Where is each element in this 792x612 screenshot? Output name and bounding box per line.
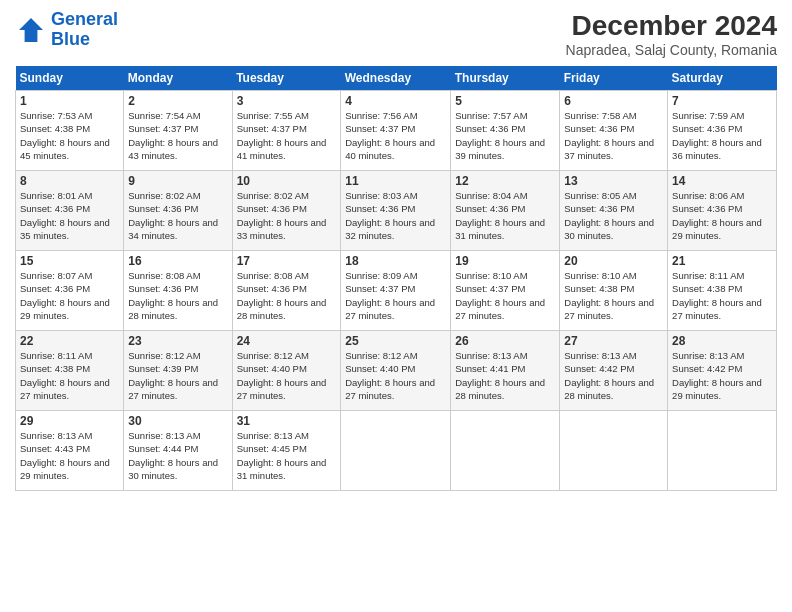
week-row-3: 22Sunrise: 8:11 AMSunset: 4:38 PMDayligh… bbox=[16, 331, 777, 411]
day-info: Sunrise: 7:56 AMSunset: 4:37 PMDaylight:… bbox=[345, 109, 446, 162]
calendar-cell: 23Sunrise: 8:12 AMSunset: 4:39 PMDayligh… bbox=[124, 331, 232, 411]
day-info: Sunrise: 7:57 AMSunset: 4:36 PMDaylight:… bbox=[455, 109, 555, 162]
week-row-2: 15Sunrise: 8:07 AMSunset: 4:36 PMDayligh… bbox=[16, 251, 777, 331]
calendar-cell: 18Sunrise: 8:09 AMSunset: 4:37 PMDayligh… bbox=[341, 251, 451, 331]
day-info: Sunrise: 8:10 AMSunset: 4:37 PMDaylight:… bbox=[455, 269, 555, 322]
logo-icon bbox=[15, 14, 47, 46]
day-number: 4 bbox=[345, 94, 446, 108]
day-info: Sunrise: 8:13 AMSunset: 4:45 PMDaylight:… bbox=[237, 429, 337, 482]
day-info: Sunrise: 8:05 AMSunset: 4:36 PMDaylight:… bbox=[564, 189, 663, 242]
day-number: 19 bbox=[455, 254, 555, 268]
calendar-cell: 15Sunrise: 8:07 AMSunset: 4:36 PMDayligh… bbox=[16, 251, 124, 331]
calendar-cell: 19Sunrise: 8:10 AMSunset: 4:37 PMDayligh… bbox=[451, 251, 560, 331]
day-number: 22 bbox=[20, 334, 119, 348]
calendar-cell: 8Sunrise: 8:01 AMSunset: 4:36 PMDaylight… bbox=[16, 171, 124, 251]
calendar-cell: 10Sunrise: 8:02 AMSunset: 4:36 PMDayligh… bbox=[232, 171, 341, 251]
day-info: Sunrise: 8:13 AMSunset: 4:42 PMDaylight:… bbox=[564, 349, 663, 402]
calendar-cell: 17Sunrise: 8:08 AMSunset: 4:36 PMDayligh… bbox=[232, 251, 341, 331]
day-number: 12 bbox=[455, 174, 555, 188]
calendar-cell: 21Sunrise: 8:11 AMSunset: 4:38 PMDayligh… bbox=[668, 251, 777, 331]
day-info: Sunrise: 8:12 AMSunset: 4:39 PMDaylight:… bbox=[128, 349, 227, 402]
day-number: 8 bbox=[20, 174, 119, 188]
day-info: Sunrise: 8:08 AMSunset: 4:36 PMDaylight:… bbox=[128, 269, 227, 322]
day-number: 11 bbox=[345, 174, 446, 188]
calendar-cell: 4Sunrise: 7:56 AMSunset: 4:37 PMDaylight… bbox=[341, 91, 451, 171]
calendar-cell: 20Sunrise: 8:10 AMSunset: 4:38 PMDayligh… bbox=[560, 251, 668, 331]
day-info: Sunrise: 8:13 AMSunset: 4:42 PMDaylight:… bbox=[672, 349, 772, 402]
col-thursday: Thursday bbox=[451, 66, 560, 91]
day-number: 2 bbox=[128, 94, 227, 108]
day-number: 5 bbox=[455, 94, 555, 108]
day-number: 27 bbox=[564, 334, 663, 348]
day-info: Sunrise: 8:04 AMSunset: 4:36 PMDaylight:… bbox=[455, 189, 555, 242]
day-info: Sunrise: 8:03 AMSunset: 4:36 PMDaylight:… bbox=[345, 189, 446, 242]
logo-text: General Blue bbox=[51, 10, 118, 50]
day-info: Sunrise: 8:11 AMSunset: 4:38 PMDaylight:… bbox=[20, 349, 119, 402]
calendar-cell: 27Sunrise: 8:13 AMSunset: 4:42 PMDayligh… bbox=[560, 331, 668, 411]
day-info: Sunrise: 8:12 AMSunset: 4:40 PMDaylight:… bbox=[237, 349, 337, 402]
col-tuesday: Tuesday bbox=[232, 66, 341, 91]
logo: General Blue bbox=[15, 10, 118, 50]
calendar-cell bbox=[560, 411, 668, 491]
day-number: 23 bbox=[128, 334, 227, 348]
day-number: 24 bbox=[237, 334, 337, 348]
day-number: 26 bbox=[455, 334, 555, 348]
day-info: Sunrise: 7:59 AMSunset: 4:36 PMDaylight:… bbox=[672, 109, 772, 162]
calendar-cell: 9Sunrise: 8:02 AMSunset: 4:36 PMDaylight… bbox=[124, 171, 232, 251]
svg-marker-0 bbox=[19, 18, 43, 42]
calendar-cell: 5Sunrise: 7:57 AMSunset: 4:36 PMDaylight… bbox=[451, 91, 560, 171]
day-info: Sunrise: 7:55 AMSunset: 4:37 PMDaylight:… bbox=[237, 109, 337, 162]
week-row-4: 29Sunrise: 8:13 AMSunset: 4:43 PMDayligh… bbox=[16, 411, 777, 491]
calendar-cell: 3Sunrise: 7:55 AMSunset: 4:37 PMDaylight… bbox=[232, 91, 341, 171]
day-info: Sunrise: 8:09 AMSunset: 4:37 PMDaylight:… bbox=[345, 269, 446, 322]
day-info: Sunrise: 8:13 AMSunset: 4:44 PMDaylight:… bbox=[128, 429, 227, 482]
calendar-cell: 28Sunrise: 8:13 AMSunset: 4:42 PMDayligh… bbox=[668, 331, 777, 411]
col-wednesday: Wednesday bbox=[341, 66, 451, 91]
day-number: 16 bbox=[128, 254, 227, 268]
day-number: 14 bbox=[672, 174, 772, 188]
day-number: 28 bbox=[672, 334, 772, 348]
calendar-cell bbox=[668, 411, 777, 491]
calendar-cell: 30Sunrise: 8:13 AMSunset: 4:44 PMDayligh… bbox=[124, 411, 232, 491]
calendar-cell: 2Sunrise: 7:54 AMSunset: 4:37 PMDaylight… bbox=[124, 91, 232, 171]
day-number: 7 bbox=[672, 94, 772, 108]
calendar-cell: 24Sunrise: 8:12 AMSunset: 4:40 PMDayligh… bbox=[232, 331, 341, 411]
header: General Blue December 2024 Napradea, Sal… bbox=[15, 10, 777, 58]
day-number: 21 bbox=[672, 254, 772, 268]
week-row-0: 1Sunrise: 7:53 AMSunset: 4:38 PMDaylight… bbox=[16, 91, 777, 171]
day-info: Sunrise: 8:10 AMSunset: 4:38 PMDaylight:… bbox=[564, 269, 663, 322]
day-info: Sunrise: 8:07 AMSunset: 4:36 PMDaylight:… bbox=[20, 269, 119, 322]
calendar-cell: 22Sunrise: 8:11 AMSunset: 4:38 PMDayligh… bbox=[16, 331, 124, 411]
day-info: Sunrise: 8:08 AMSunset: 4:36 PMDaylight:… bbox=[237, 269, 337, 322]
day-number: 17 bbox=[237, 254, 337, 268]
week-row-1: 8Sunrise: 8:01 AMSunset: 4:36 PMDaylight… bbox=[16, 171, 777, 251]
calendar-cell: 16Sunrise: 8:08 AMSunset: 4:36 PMDayligh… bbox=[124, 251, 232, 331]
day-info: Sunrise: 8:13 AMSunset: 4:41 PMDaylight:… bbox=[455, 349, 555, 402]
col-monday: Monday bbox=[124, 66, 232, 91]
day-number: 15 bbox=[20, 254, 119, 268]
day-info: Sunrise: 8:02 AMSunset: 4:36 PMDaylight:… bbox=[237, 189, 337, 242]
day-info: Sunrise: 7:54 AMSunset: 4:37 PMDaylight:… bbox=[128, 109, 227, 162]
day-number: 9 bbox=[128, 174, 227, 188]
day-number: 29 bbox=[20, 414, 119, 428]
calendar-cell: 26Sunrise: 8:13 AMSunset: 4:41 PMDayligh… bbox=[451, 331, 560, 411]
col-friday: Friday bbox=[560, 66, 668, 91]
day-info: Sunrise: 8:06 AMSunset: 4:36 PMDaylight:… bbox=[672, 189, 772, 242]
day-info: Sunrise: 8:11 AMSunset: 4:38 PMDaylight:… bbox=[672, 269, 772, 322]
calendar-cell: 1Sunrise: 7:53 AMSunset: 4:38 PMDaylight… bbox=[16, 91, 124, 171]
calendar-cell: 29Sunrise: 8:13 AMSunset: 4:43 PMDayligh… bbox=[16, 411, 124, 491]
day-number: 3 bbox=[237, 94, 337, 108]
day-info: Sunrise: 8:01 AMSunset: 4:36 PMDaylight:… bbox=[20, 189, 119, 242]
day-number: 1 bbox=[20, 94, 119, 108]
subtitle: Napradea, Salaj County, Romania bbox=[566, 42, 777, 58]
day-info: Sunrise: 8:13 AMSunset: 4:43 PMDaylight:… bbox=[20, 429, 119, 482]
day-number: 20 bbox=[564, 254, 663, 268]
calendar-cell: 7Sunrise: 7:59 AMSunset: 4:36 PMDaylight… bbox=[668, 91, 777, 171]
day-number: 18 bbox=[345, 254, 446, 268]
day-info: Sunrise: 7:58 AMSunset: 4:36 PMDaylight:… bbox=[564, 109, 663, 162]
calendar-cell bbox=[451, 411, 560, 491]
calendar-cell bbox=[341, 411, 451, 491]
calendar-cell: 25Sunrise: 8:12 AMSunset: 4:40 PMDayligh… bbox=[341, 331, 451, 411]
calendar-cell: 31Sunrise: 8:13 AMSunset: 4:45 PMDayligh… bbox=[232, 411, 341, 491]
col-saturday: Saturday bbox=[668, 66, 777, 91]
